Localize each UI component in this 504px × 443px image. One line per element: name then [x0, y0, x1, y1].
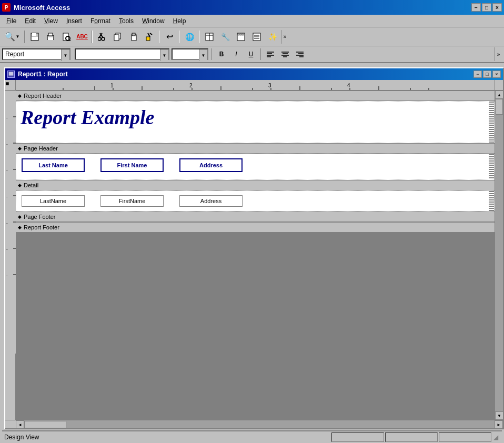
page-header-right-dots: [489, 154, 494, 179]
format-toolbar: Report ▼ ▼ ▼ B I U »: [0, 46, 504, 63]
report-close-btn[interactable]: ×: [492, 71, 501, 78]
copy-btn[interactable]: [110, 30, 125, 44]
toolbox-btn[interactable]: 🔧: [218, 30, 233, 44]
scroll-right-btn[interactable]: ►: [495, 420, 503, 429]
report-title-bar: Report1 : Report − □ ×: [5, 68, 503, 80]
report-window-title: Report1 : Report: [18, 71, 68, 78]
print-preview-btn[interactable]: [59, 30, 74, 44]
report-header-text: Report Header: [24, 93, 62, 99]
svg-rect-17: [146, 37, 150, 41]
scroll-track-h[interactable]: [24, 420, 495, 428]
report-minimize-btn[interactable]: −: [473, 71, 482, 78]
svg-rect-44: [9, 72, 14, 76]
page-footer-arrow: ◆: [18, 214, 22, 219]
menu-help[interactable]: Help: [169, 16, 190, 26]
page-header-text: Page Header: [24, 145, 58, 152]
undo-btn[interactable]: ↩: [162, 30, 177, 44]
field-first-name-detail[interactable]: FirstName: [100, 195, 164, 207]
svg-text:-: -: [6, 220, 8, 225]
field-first-name-header[interactable]: First Name: [100, 158, 164, 172]
print-btn[interactable]: [43, 30, 58, 44]
underline-button[interactable]: U: [245, 48, 257, 61]
format-sep-2: [260, 48, 261, 60]
minimize-button[interactable]: −: [471, 3, 481, 12]
resize-grip[interactable]: ◢: [491, 433, 500, 441]
search-dropdown-btn[interactable]: 🔍▼: [2, 30, 22, 44]
detail-band[interactable]: LastName FirstName Address: [16, 190, 495, 212]
sorting-btn[interactable]: [234, 30, 248, 44]
toolbar-sep-4: [179, 31, 180, 43]
toolbar-more-btn[interactable]: »: [281, 30, 288, 44]
align-right-button[interactable]: [294, 48, 306, 61]
font-select-arrow[interactable]: ▼: [160, 49, 168, 61]
vertical-scrollbar[interactable]: ▲ ▼: [495, 90, 503, 420]
menu-view[interactable]: View: [40, 16, 62, 26]
report-footer-arrow: ◆: [18, 225, 22, 230]
app-title: Microsoft Access: [14, 4, 70, 12]
report-footer-label: ◆ Report Footer: [16, 222, 495, 233]
web-btn[interactable]: 🌐: [182, 30, 197, 44]
scroll-thumb-h[interactable]: [24, 421, 66, 428]
toolbar-sep-3: [159, 31, 160, 43]
scroll-track-v[interactable]: [495, 99, 503, 411]
maximize-button[interactable]: □: [482, 3, 491, 12]
svg-text:-: -: [6, 168, 8, 173]
paste-btn[interactable]: [126, 30, 141, 44]
svg-text:-: -: [6, 273, 8, 278]
cut-btn[interactable]: [95, 30, 109, 44]
save-btn[interactable]: [27, 30, 42, 44]
close-button[interactable]: ×: [492, 3, 502, 12]
report-footer-text: Report Footer: [24, 224, 59, 230]
status-text: Design View: [4, 434, 39, 441]
toolbar-sep-5: [199, 31, 200, 43]
detail-label: ◆ Detail: [16, 180, 495, 190]
format-sep-1: [211, 48, 212, 60]
object-select-text: Report: [3, 49, 61, 59]
size-select-arrow[interactable]: ▼: [199, 49, 207, 61]
field-last-name-header[interactable]: Last Name: [22, 158, 85, 172]
size-select-wrapper[interactable]: ▼: [172, 48, 208, 60]
align-left-button[interactable]: [264, 48, 277, 61]
svg-line-19: [150, 33, 152, 35]
field-list-btn[interactable]: [202, 30, 217, 44]
bold-button[interactable]: B: [215, 48, 228, 61]
font-select-wrapper[interactable]: ▼: [75, 48, 169, 60]
italic-button[interactable]: I: [230, 48, 243, 61]
menu-insert[interactable]: Insert: [62, 16, 86, 26]
menu-file[interactable]: File: [2, 16, 21, 26]
report-maximize-btn[interactable]: □: [483, 71, 491, 78]
report-title-left: Report1 : Report: [7, 71, 68, 78]
scroll-down-btn[interactable]: ▼: [495, 411, 503, 420]
format-painter-btn[interactable]: [142, 30, 157, 44]
menu-window[interactable]: Window: [138, 16, 169, 26]
align-center-button[interactable]: [279, 48, 291, 61]
format-toolbar-more[interactable]: »: [495, 47, 502, 61]
menu-format[interactable]: Format: [86, 16, 115, 26]
scroll-up-btn[interactable]: ▲: [495, 90, 503, 99]
svg-rect-1: [32, 33, 36, 36]
report-footer-band[interactable]: [16, 233, 495, 275]
page-header-band[interactable]: Last Name First Name Address: [16, 154, 495, 180]
spell-btn[interactable]: ABC: [75, 30, 89, 44]
object-select-wrapper[interactable]: Report ▼: [2, 48, 70, 60]
svg-text:-: -: [6, 115, 8, 120]
header-right-dots: [489, 102, 494, 143]
object-select-arrow[interactable]: ▼: [61, 49, 69, 61]
svg-text:2: 2: [189, 83, 193, 88]
menu-edit[interactable]: Edit: [21, 16, 40, 26]
app-icon: P: [2, 3, 11, 12]
ruler-top: 1 2 3 4: [16, 80, 495, 90]
field-address-header[interactable]: Address: [179, 158, 243, 172]
scroll-thumb-v[interactable]: [496, 99, 503, 115]
page-header-label: ◆ Page Header: [16, 143, 495, 154]
report-header-band[interactable]: Report Example: [16, 101, 495, 143]
properties-btn[interactable]: [249, 30, 264, 44]
design-content: ◆ Report Header Report Example ◆ Page He…: [16, 90, 495, 420]
menu-tools[interactable]: Tools: [115, 16, 138, 26]
field-address-detail[interactable]: Address: [179, 195, 243, 207]
horizontal-scrollbar[interactable]: ◄ ►: [5, 420, 503, 428]
build-btn[interactable]: ✨: [265, 30, 280, 44]
field-last-name-detail[interactable]: LastName: [22, 195, 85, 207]
scroll-left-btn[interactable]: ◄: [16, 420, 24, 429]
toolbar-sep-2: [92, 31, 93, 43]
